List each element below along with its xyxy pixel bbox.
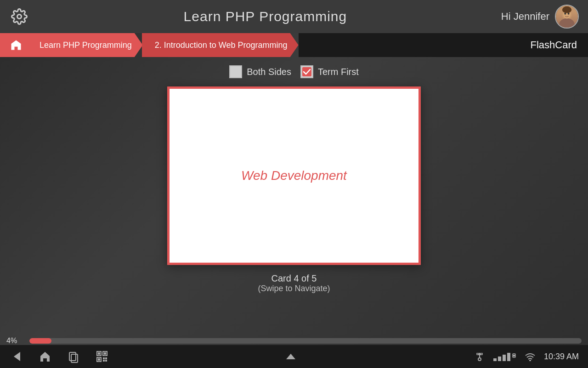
svg-marker-8 — [14, 352, 20, 361]
wifi-icon — [523, 349, 537, 364]
flashcard-container: Web Development — [165, 86, 423, 265]
home-button[interactable] — [38, 349, 52, 364]
recents-icon — [67, 350, 80, 363]
progress-bar-track — [29, 338, 582, 344]
breadcrumb-right: FlashCard — [299, 33, 588, 57]
term-first-checkbox[interactable] — [300, 65, 313, 78]
svg-rect-32 — [513, 355, 515, 356]
both-sides-label: Both Sides — [247, 67, 291, 77]
svg-rect-19 — [103, 360, 105, 362]
up-icon — [284, 350, 297, 363]
avatar-image — [556, 6, 578, 28]
qr-icon — [96, 350, 108, 363]
breadcrumb-item-1[interactable]: Learn PHP Programming — [32, 33, 143, 57]
swipe-hint: (Swipe to Navigate) — [258, 284, 330, 293]
nav-left — [9, 349, 109, 364]
home-icon — [10, 39, 23, 52]
svg-rect-16 — [98, 358, 100, 361]
svg-point-0 — [17, 15, 22, 19]
svg-rect-17 — [103, 357, 105, 359]
svg-rect-9 — [69, 352, 76, 361]
svg-rect-20 — [105, 360, 107, 362]
breadcrumb-label-2: 2. Introduction to Web Programming — [155, 40, 288, 50]
progress-section: 4% — [0, 337, 588, 345]
svg-rect-27 — [493, 358, 497, 361]
nav-right: 10:39 AM — [472, 349, 579, 364]
both-sides-checkbox[interactable] — [229, 65, 242, 78]
usb-symbol-icon — [475, 352, 484, 361]
both-sides-group: Both Sides — [229, 65, 291, 78]
breadcrumb-label-1: Learn PHP Programming — [40, 40, 132, 50]
up-button[interactable] — [283, 349, 298, 364]
gear-icon — [11, 8, 28, 25]
nav-bar: 10:39 AM — [0, 345, 588, 368]
breadcrumb-item-2[interactable]: 2. Introduction to Web Programming — [142, 33, 299, 57]
flashcard[interactable]: Web Development — [167, 86, 421, 265]
term-first-label: Term First — [318, 67, 359, 77]
back-button[interactable] — [9, 349, 24, 364]
svg-rect-29 — [503, 355, 506, 361]
recents-button[interactable] — [66, 349, 81, 364]
home-nav-icon — [39, 350, 51, 363]
back-icon — [10, 350, 23, 363]
nav-center — [283, 349, 298, 364]
avatar — [555, 5, 579, 29]
svg-rect-10 — [71, 354, 78, 362]
svg-rect-25 — [481, 353, 482, 355]
svg-rect-28 — [498, 356, 501, 361]
breadcrumb: Learn PHP Programming 2. Introduction to… — [0, 33, 588, 57]
signal-bars — [493, 352, 516, 361]
progress-bar-fill — [29, 338, 51, 344]
settings-button[interactable] — [9, 6, 29, 27]
usb-icon — [472, 349, 487, 364]
svg-rect-14 — [104, 352, 106, 355]
checkbox-row: Both Sides Term First — [229, 65, 359, 78]
svg-rect-18 — [105, 357, 107, 359]
checkmark-icon — [302, 67, 311, 76]
svg-rect-12 — [98, 352, 100, 355]
svg-marker-21 — [286, 354, 295, 359]
svg-point-6 — [562, 6, 571, 13]
card-number: Card 4 of 5 — [258, 273, 330, 284]
page-title: Learn PHP Programming — [184, 9, 347, 24]
user-info: Hi Jennifer — [501, 5, 579, 29]
user-greeting: Hi Jennifer — [501, 11, 549, 23]
qr-button[interactable] — [95, 349, 109, 364]
header: Learn PHP Programming Hi Jennifer — [0, 0, 588, 33]
svg-point-26 — [478, 358, 481, 361]
term-first-group: Term First — [300, 65, 359, 78]
svg-rect-24 — [477, 353, 479, 355]
svg-point-2 — [559, 18, 574, 29]
flashcard-label: FlashCard — [531, 39, 577, 51]
wifi-symbol-icon — [525, 352, 536, 361]
progress-label: 4% — [6, 337, 23, 345]
home-breadcrumb[interactable] — [0, 33, 32, 57]
svg-rect-30 — [507, 353, 510, 361]
signal-icon — [493, 352, 516, 361]
svg-point-33 — [529, 360, 531, 361]
flashcard-term: Web Development — [241, 168, 347, 183]
clock: 10:39 AM — [544, 352, 579, 362]
card-counter: Card 4 of 5 (Swipe to Navigate) — [258, 273, 330, 293]
main-content: Both Sides Term First Web Development Ca… — [0, 57, 588, 293]
